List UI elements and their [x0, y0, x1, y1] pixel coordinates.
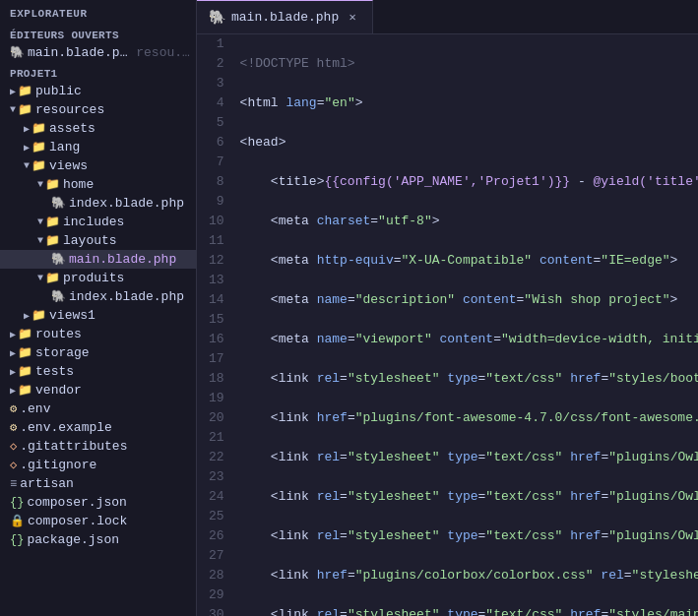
- folder-public[interactable]: 📁 public: [0, 82, 196, 100]
- folder-vendor[interactable]: 📁 vendor: [0, 381, 196, 400]
- file-env[interactable]: ⚙ .env: [0, 400, 196, 418]
- file-composer-lock[interactable]: 🔒 composer.lock: [0, 512, 196, 530]
- file-label-artisan: artisan: [20, 476, 74, 491]
- open-editors-section: ÉDITEURS OUVERTS: [0, 24, 196, 43]
- tab-close-button[interactable]: ✕: [345, 10, 360, 26]
- code-line-12: <link rel="stylesheet" type="text/css" h…: [240, 487, 698, 507]
- folder-storage[interactable]: 📁 storage: [0, 343, 196, 362]
- folder-label-includes: includes: [63, 215, 124, 229]
- folder-home[interactable]: 📁 home: [0, 175, 196, 194]
- env-example-icon: ⚙: [10, 420, 17, 435]
- folder-views1[interactable]: 📁 views1: [0, 306, 196, 325]
- folder-icon-assets: 📁: [32, 121, 46, 136]
- project-section: PROJET1: [0, 62, 196, 82]
- git-ignore-icon: ◇: [10, 458, 17, 472]
- blade-icon-index-produits: 🐘: [51, 289, 66, 304]
- folder-views[interactable]: 📁 views: [0, 156, 196, 175]
- code-line-14: <link href="plugins/colorbox/colorbox.cs…: [240, 566, 698, 585]
- composer-lock-icon: 🔒: [10, 514, 25, 528]
- file-main-blade[interactable]: 🐘 main.blade.php: [0, 250, 196, 269]
- code-line-2: <html lang="en">: [240, 93, 698, 113]
- folder-label-resources: resources: [35, 102, 104, 117]
- file-label-index-produits: index.blade.php: [69, 289, 184, 304]
- blade-icon-main: 🐘: [51, 252, 66, 267]
- blade-icon-index-home: 🐘: [51, 196, 66, 211]
- arrow-storage: [10, 347, 16, 359]
- folder-lang[interactable]: 📁 lang: [0, 138, 196, 156]
- arrow-routes: [10, 329, 16, 340]
- code-line-9: <link rel="stylesheet" type="text/css" h…: [240, 369, 698, 389]
- tab-blade-icon: 🐘: [209, 9, 225, 26]
- arrow-lang: [24, 142, 30, 154]
- folder-includes[interactable]: 📁 includes: [0, 213, 196, 231]
- open-file-main-blade[interactable]: 🐘 main.blade.php resou...: [0, 43, 196, 62]
- folder-label-routes: routes: [35, 327, 82, 341]
- code-line-6: <meta http-equiv="X-UA-Compatible" conte…: [240, 251, 698, 271]
- folder-icon-vendor: 📁: [18, 383, 32, 398]
- folder-icon-public: 📁: [18, 84, 32, 98]
- file-gitattributes[interactable]: ◇ .gitattributes: [0, 437, 196, 456]
- blade-icon: 🐘: [10, 45, 25, 60]
- file-index-blade-home[interactable]: 🐘 index.blade.php: [0, 194, 196, 213]
- tab-bar: 🐘 main.blade.php ✕: [197, 0, 698, 34]
- folder-layouts[interactable]: 📁 layouts: [0, 231, 196, 250]
- sidebar-header: EXPLORATEUR: [0, 0, 196, 24]
- file-label-main: main.blade.php: [69, 252, 176, 267]
- tab-label: main.blade.php: [231, 10, 339, 25]
- editor-area: 🐘 main.blade.php ✕ 12345 678910 11121314…: [197, 0, 698, 616]
- arrow-assets: [24, 123, 30, 135]
- folder-assets[interactable]: 📁 assets: [0, 119, 196, 138]
- arrow-views1: [24, 310, 30, 322]
- code-line-13: <link rel="stylesheet" type="text/css" h…: [240, 526, 698, 546]
- file-composer-json[interactable]: {} composer.json: [0, 493, 196, 512]
- folder-icon-home: 📁: [45, 177, 60, 192]
- code-line-10: <link href="plugins/font-awesome-4.7.0/c…: [240, 408, 698, 428]
- folder-icon-views: 📁: [32, 158, 46, 173]
- file-gitignore[interactable]: ◇ .gitignore: [0, 456, 196, 474]
- folder-label-lang: lang: [49, 140, 80, 154]
- file-env-example[interactable]: ⚙ .env.example: [0, 418, 196, 437]
- composer-json-icon: {}: [10, 496, 24, 510]
- folder-label-vendor: vendor: [35, 383, 82, 398]
- env-icon: ⚙: [10, 401, 17, 416]
- sidebar: EXPLORATEUR ÉDITEURS OUVERTS 🐘 main.blad…: [0, 0, 197, 616]
- folder-label-tests: tests: [35, 364, 74, 379]
- arrow-layouts: [37, 235, 43, 246]
- package-json-icon: {}: [10, 533, 24, 547]
- code-line-1: <!DOCTYPE html>: [240, 54, 698, 74]
- file-index-blade-produits[interactable]: 🐘 index.blade.php: [0, 287, 196, 306]
- folder-tests[interactable]: 📁 tests: [0, 362, 196, 381]
- arrow-home: [37, 179, 43, 190]
- arrow-public: [10, 86, 16, 97]
- open-file-extra: resou...: [136, 45, 196, 60]
- folder-label-views1: views1: [49, 308, 95, 323]
- code-editor[interactable]: 12345 678910 1112131415 1617181920 21222…: [197, 34, 698, 616]
- file-label-env-example: .env.example: [20, 420, 112, 435]
- folder-icon-produits: 📁: [45, 271, 60, 285]
- code-line-4: <title>{{config('APP_NAME','Projet1')}} …: [240, 172, 698, 192]
- folder-icon-resources: 📁: [18, 102, 32, 117]
- git-attr-icon: ◇: [10, 439, 17, 454]
- code-content: <!DOCTYPE html> <html lang="en"> <head> …: [232, 34, 698, 616]
- file-package-json[interactable]: {} package.json: [0, 530, 196, 549]
- tab-main-blade[interactable]: 🐘 main.blade.php ✕: [197, 0, 373, 33]
- code-line-7: <meta name="description" content="Wish s…: [240, 290, 698, 310]
- open-file-label: main.blade.php: [28, 45, 132, 60]
- arrow-resources: [10, 104, 16, 115]
- code-line-5: <meta charset="utf-8">: [240, 212, 698, 231]
- code-line-15: <link rel="stylesheet" type="text/css" h…: [240, 605, 698, 616]
- folder-resources[interactable]: 📁 resources: [0, 100, 196, 119]
- file-label-package-json: package.json: [27, 532, 119, 547]
- folder-produits[interactable]: 📁 produits: [0, 269, 196, 287]
- file-artisan[interactable]: ≡ artisan: [0, 474, 196, 493]
- folder-icon-views1: 📁: [32, 308, 46, 323]
- file-label-env: .env: [20, 401, 50, 416]
- arrow-includes: [37, 216, 43, 227]
- code-line-11: <link rel="stylesheet" type="text/css" h…: [240, 448, 698, 467]
- line-numbers: 12345 678910 1112131415 1617181920 21222…: [197, 34, 232, 616]
- folder-routes[interactable]: 📁 routes: [0, 325, 196, 343]
- folder-icon-includes: 📁: [45, 215, 60, 229]
- arrow-produits: [37, 273, 43, 283]
- code-line-8: <meta name="viewport" content="width=dev…: [240, 330, 698, 349]
- artisan-icon: ≡: [10, 477, 17, 491]
